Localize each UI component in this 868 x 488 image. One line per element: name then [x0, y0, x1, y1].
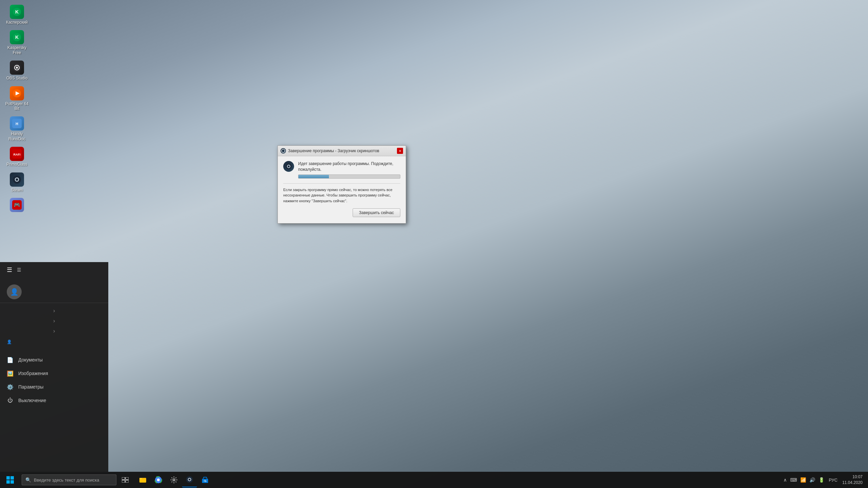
primoclass-label: PrimoClass	[6, 162, 27, 167]
desktop-icons: K Касперский K Kaspersky Free OBS Studio…	[3, 3, 30, 214]
documents-icon: 📄	[7, 356, 14, 363]
store-icon: 🛍	[201, 476, 209, 484]
dialog-main-row: Идет завершение работы программы. Подожд…	[283, 161, 400, 179]
svg-text:RAFI: RAFI	[14, 153, 21, 156]
kaspersky-free-label: Kaspersky Free	[5, 45, 29, 55]
taskbar-settings-button[interactable]	[166, 472, 181, 487]
user-account-row[interactable]: 👤	[0, 336, 108, 346]
taskbar-right: ∧ ⌨ 📶 🔊 🔋 РУС 10:07 11.04.2020	[778, 474, 868, 486]
svg-point-33	[173, 479, 175, 481]
taskbar-steam-button[interactable]	[182, 472, 197, 487]
svg-text:🛍: 🛍	[204, 480, 206, 483]
dialog-heading-text: Идет завершение работы программы. Подожд…	[298, 161, 400, 172]
dialog-progress-fill	[298, 175, 329, 178]
svg-point-6	[16, 67, 18, 69]
desktop-icon-discord[interactable]: 🎮	[3, 196, 30, 214]
desktop-icon-steam[interactable]: Steam	[3, 171, 30, 194]
svg-point-34	[186, 476, 193, 483]
dialog-titlebar: Завершение программы - Загрузчик скриншо…	[278, 146, 406, 156]
svg-rect-27	[126, 480, 129, 483]
tray-expand-icon[interactable]: ∧	[782, 477, 788, 483]
taskbar-pinned-apps: 🛍	[135, 472, 213, 487]
steam-icon	[10, 172, 24, 187]
dialog-steam-title-icon	[281, 148, 286, 154]
taskbar-search-bar[interactable]: 🔍 Введите здесь текст для поиска	[22, 474, 116, 485]
dialog-confirm-button[interactable]: Завершить сейчас	[353, 208, 400, 217]
svg-rect-25	[126, 477, 129, 480]
svg-point-32	[157, 479, 160, 481]
start-label: ☰	[17, 267, 21, 273]
hamburger-icon: ☰	[7, 266, 12, 274]
wallpaper	[0, 0, 868, 474]
start-item-shutdown[interactable]: ⏻ Выключение	[0, 394, 108, 407]
taskbar-clock[interactable]: 10:07 11.04.2020	[841, 474, 864, 486]
user-account-icon: 👤	[7, 340, 12, 344]
desktop-icon-kaspersky[interactable]: K Касперский	[3, 3, 30, 26]
taskbar: 🔍 Введите здесь текст для поиска	[0, 472, 868, 488]
svg-text:H: H	[16, 122, 18, 126]
dialog-close-button[interactable]: ✕	[397, 148, 403, 154]
steam-label: Steam	[11, 188, 23, 192]
handy-label: Handy RunoDoc	[5, 132, 29, 141]
explorer-icon	[139, 476, 147, 484]
taskbar-search-placeholder: Введите здесь текст для поиска	[34, 478, 99, 483]
dialog-body: Идет завершение работы программы. Подожд…	[278, 156, 406, 223]
taskbar-explorer-button[interactable]	[135, 472, 150, 487]
system-tray: ∧ ⌨ 📶 🔊 🔋	[782, 477, 825, 483]
shutdown-label: Выключение	[18, 398, 46, 403]
expand-row-3[interactable]: ›	[0, 326, 108, 336]
dialog-title-left: Завершение программы - Загрузчик скриншо…	[281, 148, 379, 154]
svg-rect-26	[122, 480, 125, 483]
taskbar-search-icon: 🔍	[25, 477, 31, 483]
discord-icon: 🎮	[10, 198, 24, 212]
desktop-icon-handy[interactable]: H Handy RunoDoc	[3, 115, 30, 143]
images-icon: 🖼️	[7, 370, 14, 377]
dialog-title-text: Завершение программы - Загрузчик скриншо…	[288, 148, 379, 153]
taskbar-language[interactable]: РУС	[827, 478, 839, 483]
steam-pin-icon	[186, 476, 193, 483]
user-avatar: 👤	[7, 284, 22, 299]
svg-rect-29	[139, 478, 142, 479]
clock-time: 10:07	[842, 474, 863, 480]
svg-point-13	[13, 176, 21, 184]
hamburger-btn[interactable]: ☰ ☰	[0, 262, 108, 278]
expand-row-2[interactable]: ›	[0, 316, 108, 326]
expand-row-1[interactable]: ›	[0, 306, 108, 316]
desktop-icon-primoclass[interactable]: RAFI PrimoClass	[3, 145, 30, 168]
start-menu-items: › › › 👤 📄 Документы 🖼️ Изображения	[0, 303, 108, 472]
settings-pin-icon	[170, 476, 178, 484]
svg-text:K: K	[15, 34, 19, 40]
desktop: K Касперский K Kaspersky Free OBS Studio…	[0, 0, 868, 488]
taskbar-task-view-button[interactable]	[118, 472, 133, 487]
obs-icon	[10, 61, 24, 75]
kaspersky-label: Касперский	[6, 20, 28, 25]
obs-label: OBS Studio	[6, 76, 28, 80]
start-item-images[interactable]: 🖼️ Изображения	[0, 367, 108, 380]
tray-volume-icon[interactable]: 🔊	[808, 477, 816, 483]
dialog-footer: Завершить сейчас	[283, 208, 400, 218]
documents-label: Документы	[18, 357, 43, 363]
taskbar-chrome-button[interactable]	[151, 472, 166, 487]
potplayer-label: PotPlayer 64 Bit	[5, 101, 29, 111]
desktop-icon-kaspersky-free[interactable]: K Kaspersky Free	[3, 29, 30, 56]
primoclass-icon: RAFI	[10, 147, 24, 161]
handy-icon: H	[10, 116, 24, 131]
dialog-warning-text: Если закрыть программу прямо сейчас, то …	[283, 187, 400, 204]
settings-label: Параметры	[18, 384, 44, 390]
clock-date: 11.04.2020	[842, 480, 863, 486]
start-item-settings[interactable]: ⚙️ Параметры	[0, 380, 108, 394]
tray-battery-icon[interactable]: 🔋	[818, 477, 825, 483]
tray-network-icon[interactable]: 📶	[799, 477, 807, 483]
shutdown-icon: ⏻	[7, 397, 14, 404]
kaspersky-free-icon: K	[10, 30, 24, 44]
user-area: 👤	[0, 278, 108, 303]
taskbar-store-button[interactable]: 🛍	[198, 472, 213, 487]
svg-point-17	[282, 149, 285, 153]
dialog-separator	[283, 183, 400, 184]
desktop-icon-potplayer[interactable]: PotPlayer 64 Bit	[3, 85, 30, 113]
tray-keyboard-icon[interactable]: ⌨	[789, 477, 798, 483]
images-label: Изображения	[18, 371, 48, 376]
desktop-icon-obs[interactable]: OBS Studio	[3, 59, 30, 82]
start-item-documents[interactable]: 📄 Документы	[0, 353, 108, 367]
taskbar-start-button[interactable]	[0, 472, 20, 488]
